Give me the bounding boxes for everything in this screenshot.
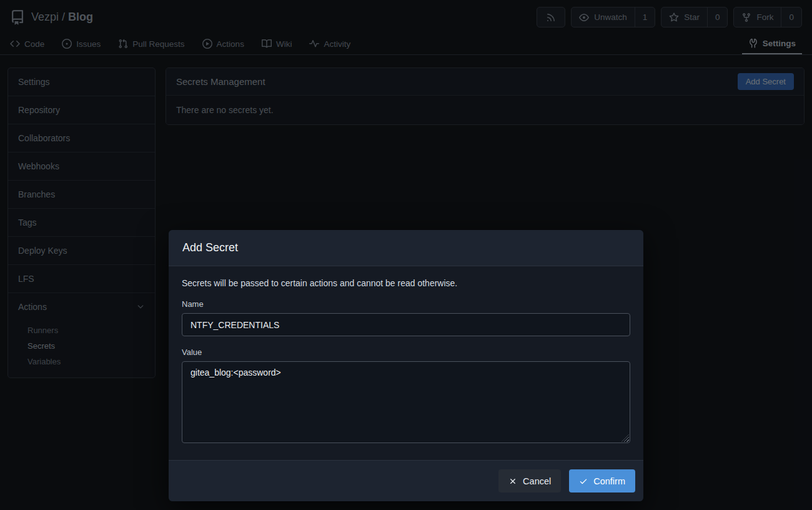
name-field-label: Name [182, 299, 630, 309]
modal-footer: Cancel Confirm [169, 460, 643, 501]
secret-value-textarea[interactable]: gitea_blog:<password> [182, 361, 630, 443]
add-secret-modal: Add Secret Secrets will be passed to cer… [169, 230, 643, 501]
secret-value-wrapper: gitea_blog:<password> [182, 361, 630, 443]
modal-title: Add Secret [182, 241, 238, 254]
cancel-button[interactable]: Cancel [498, 469, 561, 492]
secret-name-input[interactable] [182, 313, 630, 336]
check-icon [579, 477, 588, 486]
value-field-label: Value [182, 348, 630, 357]
confirm-label: Confirm [593, 476, 625, 486]
confirm-button[interactable]: Confirm [569, 469, 635, 492]
modal-header: Add Secret [169, 230, 643, 266]
cancel-label: Cancel [523, 476, 551, 486]
x-icon [508, 477, 517, 486]
modal-description: Secrets will be passed to certain action… [182, 278, 630, 288]
modal-body: Secrets will be passed to certain action… [169, 266, 643, 460]
